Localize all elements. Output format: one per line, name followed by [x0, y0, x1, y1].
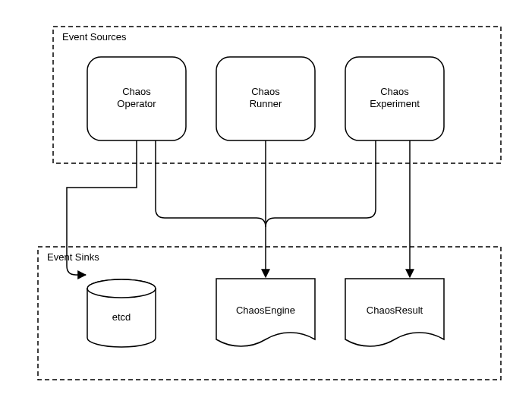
box-chaos-runner: Chaos Runner	[216, 57, 315, 140]
label-chaos-runner-l2: Runner	[250, 98, 282, 109]
box-chaos-experiment: Chaos Experiment	[345, 57, 444, 140]
box-chaos-operator: Chaos Operator	[87, 57, 186, 140]
label-chaosresult: ChaosResult	[367, 304, 423, 316]
label-chaos-runner-l1: Chaos	[251, 86, 280, 97]
label-chaos-operator-l1: Chaos	[122, 86, 151, 97]
box-chaosengine: ChaosEngine	[216, 279, 315, 346]
box-chaosresult: ChaosResult	[345, 279, 444, 346]
box-etcd: etcd	[87, 279, 156, 347]
label-chaos-operator-l2: Operator	[117, 98, 156, 109]
label-chaos-experiment-l2: Experiment	[370, 98, 420, 109]
svg-point-4	[87, 279, 156, 298]
arrow-operator-to-engine	[156, 140, 266, 227]
group-event-sinks-title: Event Sinks	[47, 251, 99, 263]
arrow-experiment-to-engine	[266, 140, 376, 227]
label-etcd: etcd	[112, 311, 131, 323]
group-event-sources-title: Event Sources	[62, 31, 127, 43]
label-chaos-experiment-l1: Chaos	[380, 86, 409, 97]
label-chaosengine: ChaosEngine	[236, 304, 295, 316]
